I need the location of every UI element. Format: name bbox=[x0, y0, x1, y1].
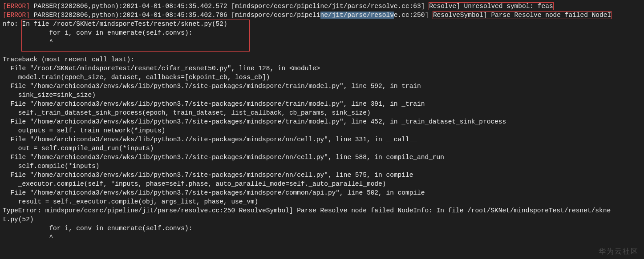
tb-frame-code: _executor.compile(self, *inputs, phase=s… bbox=[3, 180, 386, 187]
watermark: 华为云社区 bbox=[599, 247, 639, 256]
tb-frame-code: model.train(epoch_size, dataset, callbac… bbox=[3, 74, 270, 81]
tb-frame-file: File "/root/SKNet/mindsporeTest/resnet/c… bbox=[3, 65, 320, 72]
terminal-output[interactable]: [ERROR] PARSER(3282806,python):2021-04-0… bbox=[0, 0, 644, 243]
highlight-2: ResolveSymbol] Parse Resolve node failed… bbox=[433, 11, 612, 19]
tb-frame-file: File "/home/archiconda3/envs/wks/lib/pyt… bbox=[3, 189, 425, 196]
tb-frame-code: out = self.compile_and_run(*inputs) bbox=[3, 145, 154, 152]
tb-frame-file: File "/home/archiconda3/envs/wks/lib/pyt… bbox=[3, 136, 417, 143]
tb-frame-code: result = self._executor.compile(obj, arg… bbox=[3, 198, 258, 205]
tb-frame-code: sink_size=sink_size) bbox=[3, 92, 96, 99]
error-line-1: PARSER(3282806,python):2021-04-01-08:45:… bbox=[30, 2, 554, 10]
nodeinfo-line-3: ^ bbox=[3, 38, 53, 45]
type-error-line: for i, conv in enumerate(self.convs): bbox=[3, 225, 192, 232]
tb-frame-code: self._train_dataset_sink_process(epoch, … bbox=[3, 109, 371, 116]
tb-frame-file: File "/home/archiconda3/envs/wks/lib/pyt… bbox=[3, 118, 506, 125]
type-error-line: ^ bbox=[3, 234, 53, 241]
error-tag: [ERROR] bbox=[3, 12, 30, 19]
nodeinfo-line-2: for i, conv in enumerate(self.convs): bbox=[3, 29, 192, 36]
highlight-1: Resolve] Unresolved symbol: feas bbox=[429, 2, 553, 10]
traceback-header: Traceback (most recent call last): bbox=[3, 56, 134, 63]
type-error-line: t.py(52) bbox=[3, 216, 34, 223]
error-line-2: PARSER(3282806,python):2021-04-01-08:45:… bbox=[30, 11, 612, 19]
tb-frame-code: outputs = self._train_network(*inputs) bbox=[3, 127, 165, 134]
tb-frame-file: File "/home/archiconda3/envs/wks/lib/pyt… bbox=[3, 100, 425, 108]
type-error-line: TypeError: mindspore/ccsrc/pipeline/jit/… bbox=[3, 207, 611, 214]
tb-frame-file: File "/home/archiconda3/envs/wks/lib/pyt… bbox=[3, 171, 413, 179]
error-tag: [ERROR] bbox=[3, 3, 30, 10]
text-selection: ne/jit/parse/resolv bbox=[320, 12, 394, 19]
tb-frame-file: File "/home/archiconda3/envs/wks/lib/pyt… bbox=[3, 83, 421, 90]
tb-frame-file: File "/home/archiconda3/envs/wks/lib/pyt… bbox=[3, 154, 444, 161]
nodeinfo-line-1: nfo: In file /root/SKNet/mindsporeTest/r… bbox=[3, 20, 227, 28]
tb-frame-code: self.compile(*inputs) bbox=[3, 163, 100, 170]
